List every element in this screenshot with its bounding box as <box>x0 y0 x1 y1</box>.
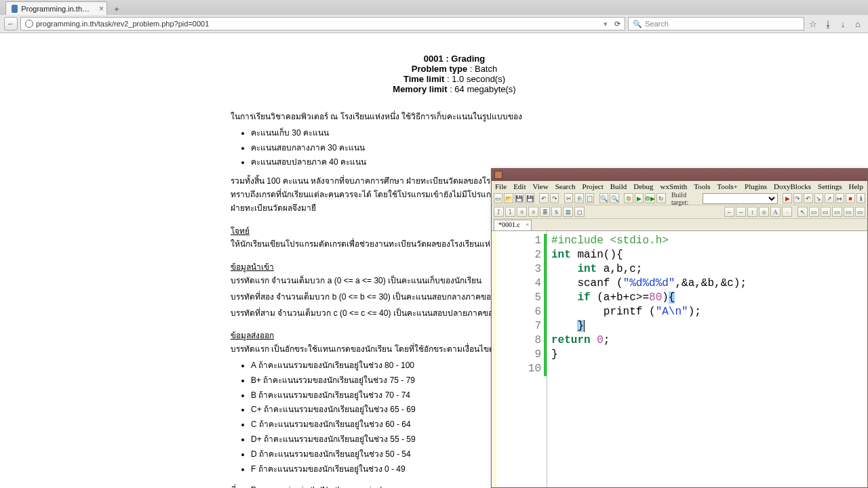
search-icon: 🔍 <box>633 20 642 28</box>
tool-icon[interactable]: ▭ <box>821 207 831 217</box>
ide-toolbar-1: ▭ 📂 💾 💾 ↶ ↷ ✂ ⎘ 📋 🔍 🔍 ⚙ ▶ ⚙▶ ↻ Build tar… <box>492 192 867 205</box>
search-placeholder: Search <box>645 20 669 28</box>
tool-icon[interactable]: ↖ <box>797 207 808 217</box>
tool-icon[interactable]: ≣ <box>540 207 550 217</box>
close-icon[interactable]: × <box>526 221 529 228</box>
open-icon[interactable]: 📂 <box>504 193 513 203</box>
ide-file-tabs: *0001.c × <box>492 219 867 231</box>
tool-icon[interactable]: ⤴ <box>494 207 504 217</box>
tool-icon[interactable]: · <box>782 207 792 217</box>
menu-item[interactable]: File <box>495 182 507 190</box>
downloads-icon[interactable]: ↓ <box>837 18 849 30</box>
debug-run-icon[interactable]: ▶ <box>783 193 791 203</box>
step-icon[interactable]: ↷ <box>793 193 802 203</box>
line-gutter: 1 2 3 4 5 6 7 8 9 10 <box>492 231 547 487</box>
code-area[interactable]: #include <stdio.h> int main(){ int a,b,c… <box>547 231 867 487</box>
site-icon <box>12 5 18 13</box>
stop-icon[interactable]: ■ <box>846 193 854 203</box>
info-icon[interactable]: ℹ <box>856 193 865 203</box>
dropdown-icon[interactable]: ▾ <box>604 20 608 28</box>
tool-icon[interactable]: ⎋ <box>759 207 769 217</box>
tool-icon[interactable]: ▭ <box>832 207 842 217</box>
tool-icon[interactable]: ≡ <box>517 207 527 217</box>
step-icon[interactable]: ↘ <box>814 193 823 203</box>
globe-icon <box>25 20 33 28</box>
tool-icon[interactable]: ⊞ <box>563 207 573 217</box>
tool-icon[interactable]: ◻ <box>574 207 585 217</box>
build-icon[interactable]: ⚙ <box>624 193 633 203</box>
bookmark-icon[interactable]: ☆ <box>807 18 819 30</box>
file-tab-label: *0001.c <box>498 221 520 228</box>
menu-item[interactable]: View <box>532 182 548 190</box>
ide-window: File Edit View Search Project Build Debu… <box>491 168 868 488</box>
find-icon[interactable]: 🔍 <box>599 193 608 203</box>
list-item: คะแนนเก็บ 30 คะแนน <box>251 127 678 140</box>
problem-title: 0001 : Grading <box>231 54 678 64</box>
tool-icon[interactable]: ▭ <box>844 207 854 217</box>
tool-icon[interactable]: A <box>770 207 781 217</box>
tool-icon[interactable]: ↕ <box>747 207 757 217</box>
menu-item[interactable]: Project <box>583 182 604 190</box>
copy-icon[interactable]: ⎘ <box>574 193 583 203</box>
tab-bar: Programming.in.th | ศูนย์ก... × + <box>0 0 868 15</box>
menu-item[interactable]: Search <box>555 182 576 190</box>
browser-tab[interactable]: Programming.in.th | ศูนย์ก... × <box>5 1 107 15</box>
menu-item[interactable]: wxSmith <box>660 182 688 190</box>
url-text: programming.in.th/task/rev2_problem.php?… <box>36 20 209 28</box>
build-target-select[interactable] <box>703 193 778 204</box>
section-input: ข้อมูลนำเข้า <box>231 261 274 274</box>
url-field[interactable]: programming.in.th/task/rev2_problem.php?… <box>20 17 625 30</box>
tool-icon[interactable]: ≡ <box>528 207 538 217</box>
redo-icon[interactable]: ↷ <box>550 193 559 203</box>
save-icon[interactable]: 💾 <box>515 193 524 203</box>
address-bar: ← programming.in.th/task/rev2_problem.ph… <box>0 15 868 33</box>
problem-header: 0001 : Grading Problem type : Batch Time… <box>231 54 678 94</box>
menu-item[interactable]: Edit <box>513 182 526 190</box>
saveall-icon[interactable]: 💾 <box>525 193 534 203</box>
code-editor[interactable]: 1 2 3 4 5 6 7 8 9 10 #include <stdio.h> … <box>492 231 867 487</box>
menu-item[interactable]: Settings <box>818 182 842 190</box>
menu-item[interactable]: DoxyBlocks <box>774 182 811 190</box>
build-target-label: Build target: <box>671 191 701 206</box>
ide-toolbar-2: ⤴ ⤵ ≡ ≡ ≣ S ⊞ ◻ ← → ↕ ⎋ A · ↖ ▭ ▭ ▭ ▭ ▭ <box>492 205 867 219</box>
menu-item[interactable]: Tools <box>694 182 710 190</box>
menu-item[interactable]: Build <box>610 182 627 190</box>
undo-icon[interactable]: ↶ <box>539 193 548 203</box>
browser-chrome: Programming.in.th | ศูนย์ก... × + ← prog… <box>0 0 868 33</box>
menu-item[interactable]: Debug <box>633 182 653 190</box>
tab-title: Programming.in.th | ศูนย์ก... <box>21 3 92 15</box>
nav-back-icon[interactable]: ← <box>724 207 734 217</box>
paste-icon[interactable]: 📋 <box>585 193 594 203</box>
list-item: คะแนนสอบกลางภาค 30 คะแนน <box>251 142 678 155</box>
step-icon[interactable]: ↦ <box>835 193 844 203</box>
section-output: ข้อมูลส่งออก <box>231 329 274 343</box>
menu-item[interactable]: Plugins <box>745 182 767 190</box>
section-task: โจทย์ <box>231 225 250 239</box>
step-icon[interactable]: ↶ <box>804 193 812 203</box>
search-field[interactable]: 🔍 Search <box>628 17 804 30</box>
menu-item[interactable]: Help <box>849 182 863 190</box>
tool-icon[interactable]: ⤵ <box>505 207 515 217</box>
rebuild-icon[interactable]: ↻ <box>656 193 665 203</box>
menu-item[interactable]: Tools+ <box>717 182 738 190</box>
cut-icon[interactable]: ✂ <box>564 193 573 203</box>
new-tab-button[interactable]: + <box>110 3 123 15</box>
new-icon[interactable]: ▭ <box>494 193 502 203</box>
pocket-icon[interactable]: ⭳ <box>822 18 834 30</box>
nav-fwd-icon[interactable]: → <box>736 207 746 217</box>
buildrun-icon[interactable]: ⚙▶ <box>645 193 655 203</box>
replace-icon[interactable]: 🔍 <box>610 193 618 203</box>
tool-icon[interactable]: ▭ <box>809 207 819 217</box>
tool-icon[interactable]: S <box>551 207 561 217</box>
home-icon[interactable]: ⌂ <box>852 18 864 30</box>
tool-icon[interactable]: ▭ <box>855 207 865 217</box>
back-button[interactable]: ← <box>4 17 18 30</box>
close-icon[interactable]: × <box>99 4 104 14</box>
reload-icon[interactable]: ⟳ <box>614 20 620 28</box>
file-tab[interactable]: *0001.c × <box>494 220 532 230</box>
run-icon[interactable]: ▶ <box>635 193 644 203</box>
ide-titlebar[interactable] <box>492 169 867 181</box>
step-icon[interactable]: ↗ <box>825 193 833 203</box>
intro-text: ในการเรียนวิชาคอมพิวเตอร์ ณ โรงเรียนแห่ง… <box>231 110 678 124</box>
app-icon <box>494 171 502 179</box>
